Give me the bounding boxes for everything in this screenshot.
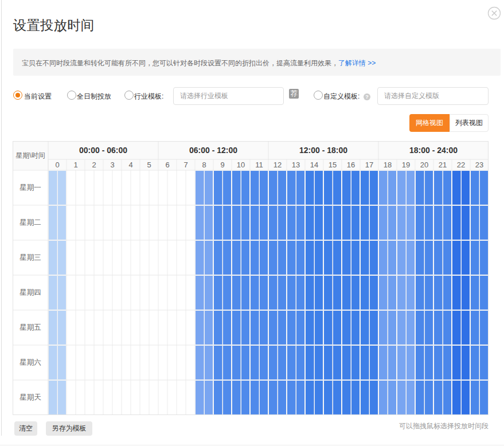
svg-text:星期天: 星期天 <box>19 393 41 401</box>
svg-text:14: 14 <box>310 161 318 170</box>
svg-text:3: 3 <box>110 161 114 170</box>
svg-text:4: 4 <box>128 161 132 170</box>
svg-text:12: 12 <box>274 161 282 170</box>
svg-text:星期四: 星期四 <box>19 288 41 296</box>
svg-text:9: 9 <box>220 161 224 170</box>
svg-text:星期五: 星期五 <box>19 323 41 331</box>
svg-text:星期二: 星期二 <box>19 218 41 226</box>
svg-text:21: 21 <box>439 161 447 170</box>
svg-text:10: 10 <box>237 161 245 170</box>
svg-text:8: 8 <box>202 161 206 170</box>
svg-text:7: 7 <box>183 161 187 170</box>
svg-text:星期一: 星期一 <box>19 183 41 191</box>
svg-text:19: 19 <box>402 161 410 170</box>
svg-text:22: 22 <box>457 161 465 170</box>
svg-text:15: 15 <box>329 161 337 170</box>
svg-text:12:00 - 18:00: 12:00 - 18:00 <box>299 146 347 155</box>
svg-text:6: 6 <box>165 161 169 170</box>
svg-text:1: 1 <box>73 161 77 170</box>
svg-text:20: 20 <box>420 161 428 170</box>
svg-text:13: 13 <box>292 161 300 170</box>
svg-text:18:00 - 24:00: 18:00 - 24:00 <box>409 146 458 155</box>
svg-text:17: 17 <box>365 161 373 170</box>
svg-text:5: 5 <box>147 161 151 170</box>
svg-text:23: 23 <box>475 161 483 170</box>
svg-text:18: 18 <box>384 161 392 170</box>
svg-text:星期三: 星期三 <box>19 253 41 261</box>
svg-text:星期六: 星期六 <box>19 358 41 366</box>
svg-text:星期\时间: 星期\时间 <box>15 152 45 160</box>
svg-text:16: 16 <box>347 161 355 170</box>
svg-text:06:00 - 12:00: 06:00 - 12:00 <box>189 146 237 155</box>
svg-text:00:00 - 06:00: 00:00 - 06:00 <box>79 146 127 155</box>
svg-text:2: 2 <box>92 161 96 170</box>
svg-text:11: 11 <box>255 161 263 170</box>
svg-text:0: 0 <box>55 161 59 170</box>
